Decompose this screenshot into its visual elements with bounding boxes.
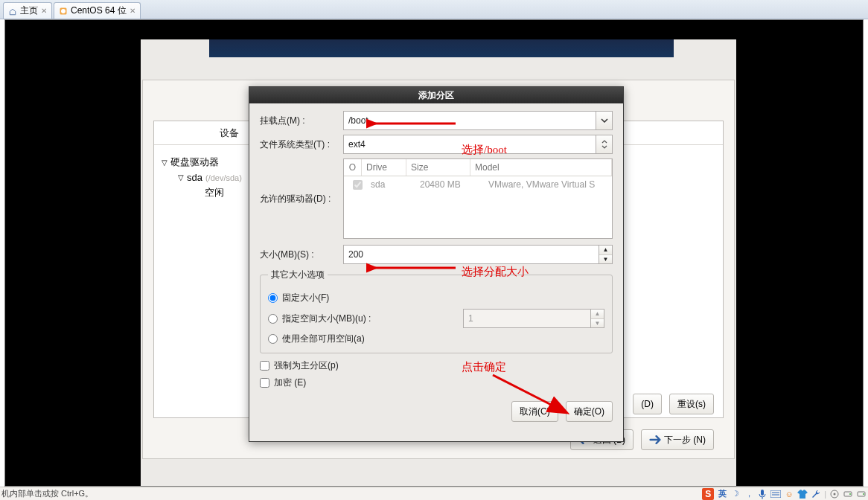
disk-tray-icon[interactable] bbox=[829, 489, 840, 499]
caret-down-icon: ▽ bbox=[178, 173, 184, 182]
radio-fill-space[interactable]: 使用全部可用空间(a) bbox=[268, 333, 604, 345]
dialog-title: 添加分区 bbox=[249, 87, 623, 103]
arrow-right-icon bbox=[649, 435, 661, 445]
add-partition-dialog: 添加分区 挂载点(M) : /boot 文件系统类型(T) : ext4 bbox=[249, 86, 624, 442]
drive-table-row[interactable]: sda 20480 MB VMware, VMware Virtual S bbox=[344, 176, 612, 193]
wrench-icon[interactable] bbox=[811, 489, 821, 499]
smiley-icon[interactable]: ☺ bbox=[784, 489, 794, 499]
ime-lang[interactable]: 英 bbox=[717, 489, 727, 499]
status-hint: 机内部单击或按 Ctrl+G。 bbox=[1, 488, 93, 499]
mount-point-combo[interactable]: /boot bbox=[343, 111, 613, 130]
tree-root-label: 硬盘驱动器 bbox=[170, 156, 219, 169]
linux-icon bbox=[59, 7, 68, 16]
installer-topbar bbox=[209, 39, 674, 57]
tree-root[interactable]: ▽ 硬盘驱动器 bbox=[162, 154, 242, 170]
svg-rect-5 bbox=[761, 490, 764, 496]
radio-upto-size[interactable]: 指定空间大小(MB)(u) : bbox=[268, 312, 371, 325]
device-tree: ▽ 硬盘驱动器 ▽ sda (/dev/sda) 空闲 bbox=[162, 154, 242, 201]
tab-home[interactable]: 主页 ✕ bbox=[3, 2, 52, 19]
upto-size-value: 1 bbox=[468, 313, 473, 324]
dialog-button-row: 取消(C) 确定(O) bbox=[249, 401, 623, 429]
hdd-tray-icon-2[interactable] bbox=[856, 489, 867, 499]
sogou-ime-icon[interactable]: S bbox=[702, 488, 714, 500]
filesystem-combo[interactable]: ext4 bbox=[343, 135, 613, 154]
drive-col-check: O bbox=[344, 159, 362, 176]
tab-home-label: 主页 bbox=[20, 4, 38, 17]
drive-row-model: VMware, VMware Virtual S bbox=[488, 179, 607, 190]
upto-size-spinner: 1 ▲▼ bbox=[463, 309, 604, 328]
vm-tabbar: 主页 ✕ CentOS 64 位 ✕ bbox=[0, 0, 868, 19]
drive-row-name: sda bbox=[371, 179, 415, 190]
cancel-button[interactable]: 取消(C) bbox=[511, 401, 558, 422]
moon-icon[interactable]: ☽ bbox=[730, 489, 741, 499]
tree-disk-label: sda bbox=[187, 172, 202, 183]
hdd-tray-icon[interactable] bbox=[843, 489, 853, 499]
size-label: 大小(MB)(S) : bbox=[260, 249, 343, 261]
close-icon[interactable]: ✕ bbox=[130, 7, 135, 15]
mount-point-value: /boot bbox=[348, 115, 368, 126]
drives-label: 允许的驱动器(D) : bbox=[260, 193, 343, 205]
next-button[interactable]: 下一步 (N) bbox=[641, 429, 714, 450]
size-options-group: 其它大小选项 固定大小(F) 指定空间大小(MB)(u) : 1 ▲▼ bbox=[260, 269, 613, 353]
svg-rect-6 bbox=[770, 490, 781, 498]
tree-disk[interactable]: ▽ sda (/dev/sda) bbox=[178, 170, 242, 185]
drive-col-size: Size bbox=[406, 159, 470, 176]
system-tray: S 英 ☽ ， ☺ | bbox=[702, 488, 867, 500]
check-encrypt-input[interactable] bbox=[260, 378, 269, 388]
drive-col-model: Model bbox=[470, 159, 612, 176]
radio-fixed-size[interactable]: 固定大小(F) bbox=[268, 292, 604, 304]
check-encrypt[interactable]: 加密 (E) bbox=[260, 376, 613, 389]
comma-icon[interactable]: ， bbox=[744, 489, 754, 499]
size-value: 200 bbox=[348, 249, 363, 260]
mount-label: 挂载点(M) : bbox=[260, 115, 343, 127]
tab-vm-label: CentOS 64 位 bbox=[71, 4, 127, 17]
radio-fixed-input[interactable] bbox=[268, 293, 278, 303]
tree-free[interactable]: 空闲 bbox=[194, 185, 242, 201]
radio-fill-input[interactable] bbox=[268, 334, 278, 344]
svg-point-12 bbox=[849, 493, 851, 495]
allowed-drives-table[interactable]: O Drive Size Model sda 20480 MB VMware, … bbox=[343, 158, 613, 239]
drive-col-drive: Drive bbox=[362, 159, 406, 176]
panel-button-row: (D) 重设(s) bbox=[633, 394, 714, 414]
status-bar: 机内部单击或按 Ctrl+G。 S 英 ☽ ， ☺ | bbox=[0, 487, 868, 500]
reset-button[interactable]: 重设(s) bbox=[669, 394, 714, 414]
svg-point-10 bbox=[834, 493, 836, 495]
drive-row-checkbox bbox=[353, 180, 363, 190]
size-options-legend: 其它大小选项 bbox=[268, 269, 328, 281]
close-icon[interactable]: ✕ bbox=[41, 7, 47, 15]
chevron-down-icon[interactable] bbox=[596, 112, 612, 129]
check-force-primary[interactable]: 强制为主分区(p) bbox=[260, 359, 613, 372]
shirt-icon[interactable] bbox=[797, 489, 808, 499]
spinner-arrows[interactable]: ▲▼ bbox=[599, 246, 612, 263]
tree-disk-dev: (/dev/sda) bbox=[205, 173, 242, 182]
keyboard-icon[interactable] bbox=[770, 489, 781, 499]
delete-button[interactable]: (D) bbox=[633, 394, 662, 414]
tab-vm[interactable]: CentOS 64 位 ✕ bbox=[54, 2, 141, 19]
home-icon bbox=[8, 7, 17, 15]
drive-row-size: 20480 MB bbox=[420, 179, 484, 190]
check-primary-input[interactable] bbox=[260, 361, 269, 371]
tree-free-label: 空闲 bbox=[205, 186, 224, 199]
caret-down-icon: ▽ bbox=[162, 158, 167, 167]
mic-icon[interactable] bbox=[757, 489, 768, 499]
svg-point-14 bbox=[863, 493, 864, 495]
updown-icon[interactable] bbox=[596, 135, 612, 153]
size-spinner[interactable]: 200 ▲▼ bbox=[343, 245, 613, 264]
svg-point-1 bbox=[61, 9, 66, 13]
drive-table-header: O Drive Size Model bbox=[344, 159, 612, 176]
fs-label: 文件系统类型(T) : bbox=[260, 138, 343, 151]
ok-button[interactable]: 确定(O) bbox=[566, 401, 613, 422]
filesystem-value: ext4 bbox=[348, 139, 366, 150]
radio-upto-input[interactable] bbox=[268, 314, 278, 324]
